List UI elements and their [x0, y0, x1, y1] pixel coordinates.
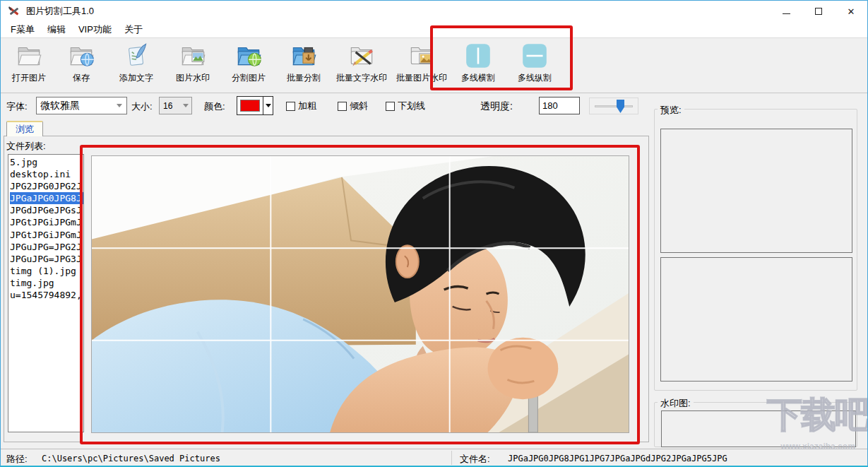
app-logo-icon: [8, 5, 20, 18]
chevron-down-icon: [117, 104, 122, 107]
toolbar-button-label: 多线横割: [461, 72, 495, 84]
toolbar-button-batch-text-watermark[interactable]: 批量文字水印: [331, 40, 392, 91]
checkbox-box-icon: [386, 102, 395, 111]
bold-checkbox[interactable]: 加粗: [286, 100, 316, 112]
window-title: 图片切割工具1.0: [26, 5, 94, 18]
color-select-divider: [263, 97, 263, 114]
maximize-button[interactable]: [802, 1, 835, 22]
status-divider: [451, 451, 452, 465]
title-bar: 图片切割工具1.0 ✕: [1, 1, 867, 22]
toolbar-button-label: 打开图片: [12, 72, 46, 84]
file-list[interactable]: 5.jpgdesktop.iniJPG2JPG0JPG2JJPGaJPG0JPG…: [8, 154, 84, 432]
color-swatch: [240, 100, 260, 112]
toolbar-button-label: 批量图片水印: [396, 72, 447, 84]
image-canvas[interactable]: [91, 155, 629, 433]
multiline-horizontal-cut-icon: [463, 41, 493, 71]
multiline-vertical-cut-icon: [520, 41, 549, 71]
toolbar-button-label: 批量分割: [287, 72, 321, 84]
file-list-label: 文件列表:: [6, 140, 46, 153]
toolbar-button-multiline-horizontal-cut[interactable]: 多线横割: [451, 40, 505, 91]
size-select[interactable]: 16: [159, 97, 192, 114]
file-item[interactable]: JPGtJPGiJPGmJ: [10, 229, 83, 241]
tab-browse[interactable]: 浏览: [6, 121, 43, 136]
file-item[interactable]: desktop.ini: [10, 168, 83, 180]
minimize-icon: [783, 13, 790, 14]
font-select-value: 微软雅黑: [37, 100, 117, 112]
file-item[interactable]: JPGuJPG=JPG3J: [10, 253, 83, 265]
watermark-image-box: [661, 410, 856, 447]
close-button[interactable]: ✕: [835, 1, 867, 22]
path-value: C:\Users\pc\Pictures\Saved Pictures: [42, 454, 220, 463]
open-image-icon: [14, 41, 44, 71]
toolbar-button-open-image[interactable]: 打开图片: [4, 40, 54, 91]
file-item[interactable]: JPG2JPG0JPG2J: [10, 180, 83, 192]
underline-checkbox[interactable]: 下划线: [386, 100, 425, 112]
file-item[interactable]: JPGdJPGeJPGsJ: [10, 204, 83, 216]
toolbar-button-add-text[interactable]: 添加文字: [108, 40, 165, 91]
batch-image-watermark-icon: [407, 41, 436, 71]
size-label: 大小:: [131, 100, 153, 113]
opacity-slider-thumb[interactable]: [617, 100, 624, 113]
checkbox-box-icon: [286, 102, 295, 111]
menu-item-4[interactable]: 关于: [118, 22, 149, 37]
font-select[interactable]: 微软雅黑: [36, 97, 127, 114]
chevron-down-icon: [266, 104, 271, 107]
toolbar-button-label: 多线纵割: [518, 72, 552, 84]
toolbar-button-save[interactable]: 保存: [54, 40, 108, 91]
color-select[interactable]: [237, 96, 273, 115]
add-text-icon: [121, 41, 151, 71]
preview-box-top: [660, 129, 852, 253]
opacity-label: 透明度:: [480, 100, 513, 113]
file-item-selected[interactable]: JPGaJPG0JPG8J: [10, 192, 83, 204]
slider-track: [595, 105, 633, 107]
file-item[interactable]: 5.jpg: [10, 156, 83, 168]
tab-browse-label: 浏览: [16, 123, 34, 136]
image-watermark-icon: [178, 41, 208, 71]
preview-box-bottom: [660, 257, 852, 382]
toolbar-button-label: 图片水印: [176, 72, 210, 84]
save-icon: [66, 41, 96, 71]
toolbar-button-label: 分割图片: [232, 72, 266, 84]
size-select-value: 16: [160, 101, 183, 111]
watermark-image-label: 水印图:: [658, 397, 694, 410]
photo-preview: [92, 156, 629, 432]
color-label: 颜色:: [204, 100, 225, 113]
italic-checkbox-label: 倾斜: [350, 100, 368, 112]
font-label: 字体:: [6, 100, 28, 113]
menu-item-3[interactable]: VIP功能: [72, 22, 118, 37]
status-bar: 路径: C:\Users\pc\Pictures\Saved Pictures …: [1, 449, 867, 466]
opacity-slider[interactable]: [589, 97, 638, 114]
file-item[interactable]: timg (1).jpg: [10, 265, 83, 277]
file-item[interactable]: u=1545794892,: [10, 289, 83, 301]
app-window: 图片切割工具1.0 ✕ F菜单编辑VIP功能关于 打开图片保存添加文字图片水印分…: [0, 0, 868, 467]
toolbar-button-label: 批量文字水印: [336, 72, 387, 84]
italic-checkbox[interactable]: 倾斜: [338, 100, 368, 112]
toolbar-button-label: 添加文字: [119, 72, 153, 84]
toolbar-button-split-image[interactable]: 分割图片: [221, 40, 276, 91]
toolbar-button-multiline-vertical-cut[interactable]: 多线纵割: [505, 40, 564, 91]
checkbox-box-icon: [338, 102, 347, 111]
close-icon: ✕: [848, 6, 855, 17]
menu-item-1[interactable]: F菜单: [4, 22, 41, 37]
filename-label: 文件名:: [460, 453, 490, 466]
bold-checkbox-label: 加粗: [298, 100, 316, 112]
toolbar: 打开图片保存添加文字图片水印分割图片批量分割批量文字水印批量图片水印多线横割多线…: [1, 37, 867, 93]
toolbar-button-image-watermark[interactable]: 图片水印: [165, 40, 221, 91]
opacity-input[interactable]: [539, 97, 580, 114]
file-item[interactable]: timg.jpg: [10, 277, 83, 289]
file-item[interactable]: JPGuJPG=JPG2J: [10, 241, 83, 253]
toolbar-button-batch-split[interactable]: 批量分割: [276, 40, 331, 91]
minimize-button[interactable]: [770, 1, 802, 22]
preview-label: 预览:: [658, 104, 684, 117]
file-item[interactable]: JPGtJPGiJPGmJ: [10, 216, 83, 228]
toolbar-button-batch-image-watermark[interactable]: 批量图片水印: [392, 40, 451, 91]
menu-bar: F菜单编辑VIP功能关于: [1, 22, 867, 37]
path-label: 路径:: [6, 453, 28, 466]
split-image-icon: [234, 41, 263, 71]
chevron-down-icon: [183, 104, 189, 107]
maximize-icon: [815, 8, 822, 15]
batch-text-watermark-icon: [347, 41, 376, 71]
underline-checkbox-label: 下划线: [398, 100, 425, 112]
batch-split-icon: [289, 41, 319, 71]
menu-item-2[interactable]: 编辑: [41, 22, 72, 37]
